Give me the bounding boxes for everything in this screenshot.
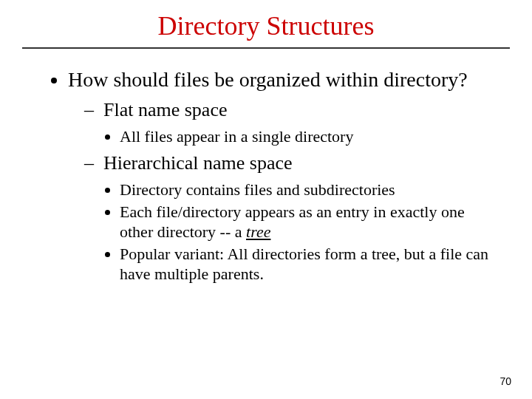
slide: Directory Structures How should files be… — [0, 0, 532, 399]
bullet-text: How should files be organized within dir… — [68, 68, 468, 91]
bullet-list-level3: Directory contains files and subdirector… — [84, 180, 491, 284]
bullet-list-level2: Flat name space All files appear in a si… — [68, 98, 491, 284]
list-item: Directory contains files and subdirector… — [120, 180, 491, 200]
bullet-text: Popular variant: All directories form a … — [120, 245, 488, 284]
list-item: Flat name space All files appear in a si… — [84, 98, 491, 147]
list-item: Hierarchical name space Directory contai… — [84, 151, 491, 284]
list-item: How should files be organized within dir… — [68, 66, 491, 284]
emphasized-term: tree — [246, 222, 270, 241]
bullet-text: Directory contains files and subdirector… — [120, 180, 395, 199]
list-item: All files appear in a single directory — [120, 126, 491, 147]
bullet-text: Each file/directory appears as an entry … — [120, 202, 465, 242]
page-number: 70 — [499, 375, 511, 387]
list-item: Popular variant: All directories form a … — [120, 244, 491, 284]
bullet-list-level3: All files appear in a single directory — [84, 126, 491, 147]
bullet-text: Flat name space — [103, 99, 228, 120]
bullet-text: All files appear in a single directory — [120, 127, 353, 146]
slide-title: Directory Structures — [0, 0, 532, 41]
bullet-text: Hierarchical name space — [103, 152, 293, 174]
bullet-list-level1: How should files be organized within dir… — [41, 66, 491, 284]
list-item: Each file/directory appears as an entry … — [120, 202, 491, 242]
slide-content: How should files be organized within dir… — [0, 49, 532, 284]
